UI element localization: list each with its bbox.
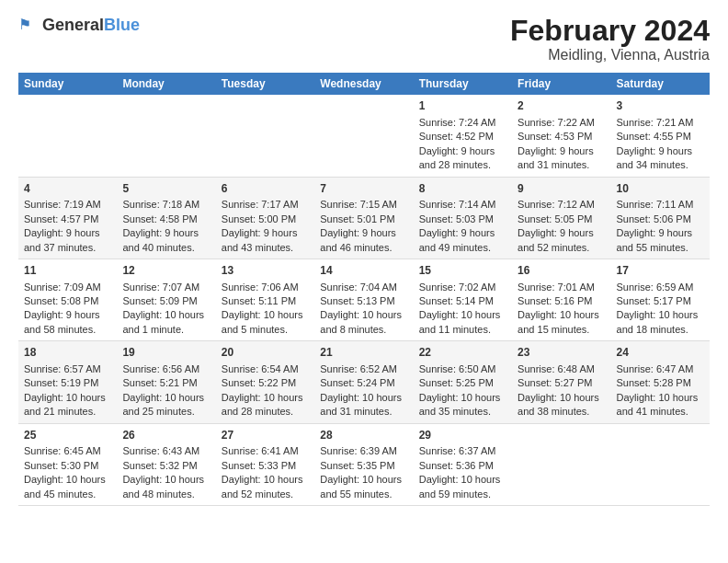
- day-info: and 11 minutes.: [419, 323, 506, 337]
- day-info: Daylight: 9 hours: [419, 144, 506, 158]
- calendar-cell: 6Sunrise: 7:17 AMSunset: 5:00 PMDaylight…: [216, 177, 314, 259]
- day-info: Daylight: 10 hours: [320, 473, 407, 487]
- day-number: 4: [24, 181, 111, 197]
- day-number: 25: [24, 428, 111, 443]
- day-info: Daylight: 10 hours: [222, 391, 309, 405]
- day-info: Sunrise: 6:50 AM: [419, 362, 506, 376]
- calendar-cell: 23Sunrise: 6:48 AMSunset: 5:27 PMDayligh…: [512, 341, 610, 423]
- calendar-cell: 25Sunrise: 6:45 AMSunset: 5:30 PMDayligh…: [18, 423, 117, 505]
- day-info: Sunset: 5:08 PM: [24, 294, 111, 308]
- day-info: Sunset: 5:25 PM: [419, 376, 506, 390]
- day-number: 28: [320, 428, 407, 443]
- day-number: 29: [419, 428, 506, 443]
- day-number: 1: [419, 98, 506, 114]
- day-info: Daylight: 9 hours: [518, 144, 605, 158]
- day-number: 7: [320, 181, 407, 197]
- day-info: Daylight: 10 hours: [419, 308, 506, 322]
- day-info: and 28 minutes.: [222, 405, 309, 419]
- day-info: Daylight: 9 hours: [122, 226, 210, 240]
- week-row-3: 11Sunrise: 7:09 AMSunset: 5:08 PMDayligh…: [18, 259, 710, 340]
- day-info: Sunrise: 6:41 AM: [222, 444, 309, 458]
- day-info: Daylight: 9 hours: [222, 226, 309, 240]
- day-number: 20: [222, 345, 309, 361]
- day-info: Daylight: 10 hours: [518, 308, 605, 322]
- day-info: and 21 minutes.: [24, 405, 111, 419]
- day-info: Daylight: 10 hours: [122, 473, 210, 487]
- day-info: and 35 minutes.: [419, 405, 506, 419]
- day-info: and 31 minutes.: [320, 405, 407, 419]
- day-info: Sunset: 4:52 PM: [419, 130, 506, 144]
- calendar-cell: 10Sunrise: 7:11 AMSunset: 5:06 PMDayligh…: [611, 177, 710, 259]
- day-number: 13: [222, 263, 309, 279]
- day-info: Sunrise: 7:22 AM: [518, 116, 605, 130]
- day-info: Sunrise: 7:24 AM: [419, 116, 506, 130]
- calendar-cell: 28Sunrise: 6:39 AMSunset: 5:35 PMDayligh…: [314, 423, 413, 505]
- day-info: Sunrise: 6:37 AM: [419, 444, 506, 458]
- calendar-cell: 13Sunrise: 7:06 AMSunset: 5:11 PMDayligh…: [216, 259, 314, 340]
- day-info: Sunset: 5:35 PM: [320, 459, 407, 473]
- logo-blue: Blue: [104, 16, 140, 34]
- day-info: Sunset: 4:53 PM: [518, 130, 605, 144]
- day-info: Sunrise: 7:15 AM: [320, 198, 407, 212]
- calendar-cell: 22Sunrise: 6:50 AMSunset: 5:25 PMDayligh…: [414, 341, 512, 423]
- day-info: Sunset: 5:06 PM: [617, 213, 704, 226]
- day-info: Daylight: 10 hours: [518, 391, 605, 405]
- day-info: Daylight: 10 hours: [122, 391, 210, 405]
- col-header-sunday: Sunday: [18, 73, 117, 95]
- calendar-cell: 18Sunrise: 6:57 AMSunset: 5:19 PMDayligh…: [18, 341, 117, 423]
- day-info: Sunrise: 7:11 AM: [617, 198, 704, 212]
- day-info: Sunrise: 7:04 AM: [320, 281, 407, 294]
- logo: ⚑ GeneralBlue: [18, 15, 140, 35]
- col-header-friday: Friday: [512, 73, 610, 95]
- calendar-cell: 29Sunrise: 6:37 AMSunset: 5:36 PMDayligh…: [414, 423, 512, 505]
- day-info: Sunrise: 6:47 AM: [617, 362, 704, 376]
- svg-text:⚑: ⚑: [18, 16, 31, 32]
- calendar-cell: 2Sunrise: 7:22 AMSunset: 4:53 PMDaylight…: [512, 95, 610, 177]
- day-info: Sunrise: 7:01 AM: [518, 281, 605, 294]
- day-info: and 5 minutes.: [222, 323, 309, 337]
- day-info: Sunset: 5:01 PM: [320, 213, 407, 226]
- day-info: and 52 minutes.: [222, 488, 309, 501]
- day-info: and 15 minutes.: [518, 323, 605, 337]
- day-info: Sunrise: 7:07 AM: [122, 281, 210, 294]
- logo-general: General: [42, 16, 104, 34]
- day-info: Sunset: 4:58 PM: [122, 213, 210, 226]
- day-number: 23: [518, 345, 605, 361]
- logo-icon: ⚑: [18, 15, 39, 35]
- day-info: and 48 minutes.: [122, 488, 210, 501]
- day-number: 2: [518, 98, 605, 114]
- day-info: Sunset: 5:30 PM: [24, 459, 111, 473]
- day-number: 24: [617, 345, 704, 361]
- day-info: Daylight: 9 hours: [419, 226, 506, 240]
- week-row-4: 18Sunrise: 6:57 AMSunset: 5:19 PMDayligh…: [18, 341, 710, 423]
- day-info: Sunset: 5:17 PM: [617, 294, 704, 308]
- calendar-cell: 14Sunrise: 7:04 AMSunset: 5:13 PMDayligh…: [314, 259, 413, 340]
- day-number: 16: [518, 263, 605, 279]
- day-info: and 38 minutes.: [518, 405, 605, 419]
- week-row-5: 25Sunrise: 6:45 AMSunset: 5:30 PMDayligh…: [18, 423, 710, 505]
- day-number: 12: [122, 263, 210, 279]
- day-info: Sunrise: 7:06 AM: [222, 281, 309, 294]
- day-info: Sunset: 5:19 PM: [24, 376, 111, 390]
- day-info: Daylight: 9 hours: [617, 226, 704, 240]
- day-number: 14: [320, 263, 407, 279]
- calendar-cell: 15Sunrise: 7:02 AMSunset: 5:14 PMDayligh…: [414, 259, 512, 340]
- day-info: Sunrise: 6:45 AM: [24, 444, 111, 458]
- calendar-subtitle: Meidling, Vienna, Austria: [510, 47, 710, 63]
- day-info: Sunset: 4:57 PM: [24, 213, 111, 226]
- day-number: 10: [617, 181, 704, 197]
- col-header-wednesday: Wednesday: [314, 73, 413, 95]
- day-info: Daylight: 10 hours: [320, 308, 407, 322]
- calendar-cell: [512, 423, 610, 505]
- day-info: Daylight: 10 hours: [24, 391, 111, 405]
- week-row-2: 4Sunrise: 7:19 AMSunset: 4:57 PMDaylight…: [18, 177, 710, 259]
- day-info: Daylight: 10 hours: [617, 308, 704, 322]
- day-info: and 37 minutes.: [24, 241, 111, 255]
- header: ⚑ GeneralBlue February 2024 Meidling, Vi…: [18, 15, 710, 63]
- calendar-cell: 11Sunrise: 7:09 AMSunset: 5:08 PMDayligh…: [18, 259, 117, 340]
- day-info: Sunrise: 7:12 AM: [518, 198, 605, 212]
- day-info: and 31 minutes.: [518, 158, 605, 172]
- calendar-cell: 8Sunrise: 7:14 AMSunset: 5:03 PMDaylight…: [414, 177, 512, 259]
- day-info: Sunrise: 7:19 AM: [24, 198, 111, 212]
- day-info: Sunset: 5:22 PM: [222, 376, 309, 390]
